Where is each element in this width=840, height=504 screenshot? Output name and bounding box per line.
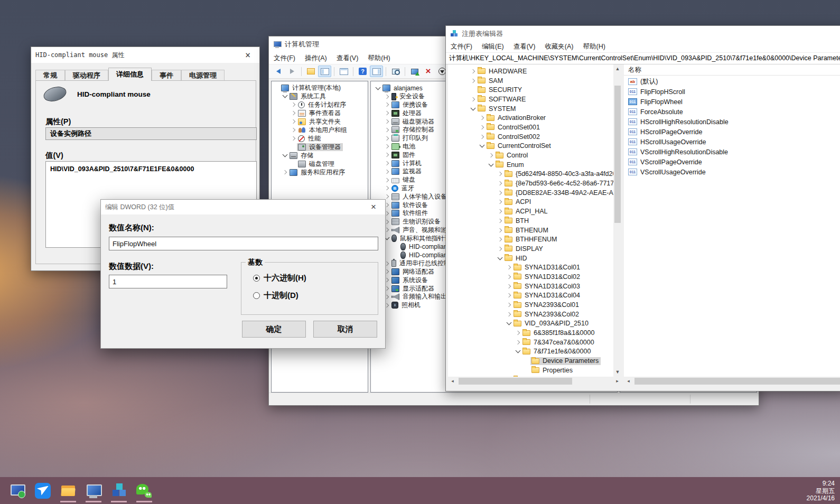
registry-key-item[interactable]: ControlSet002 bbox=[448, 132, 613, 142]
registry-key-item[interactable]: SECURITY bbox=[448, 85, 613, 95]
console-tree-item[interactable]: 任务计划程序 bbox=[272, 100, 368, 109]
chevron-right-icon[interactable] bbox=[383, 151, 390, 158]
chevron-right-icon[interactable] bbox=[290, 126, 297, 134]
reg-menu-item[interactable]: 文件(F) bbox=[446, 41, 477, 52]
chevron-right-icon[interactable] bbox=[496, 208, 503, 215]
chevron-right-icon[interactable] bbox=[383, 176, 390, 184]
chevron-right-icon[interactable] bbox=[496, 245, 503, 253]
edit-dword-titlebar[interactable]: 编辑 DWORD (32 位)值 × bbox=[101, 200, 385, 214]
console-tree-item[interactable]: 磁盘管理 bbox=[272, 160, 368, 168]
chevron-right-icon[interactable] bbox=[290, 135, 297, 142]
registry-key-item[interactable]: SYNA1D31&Col02 bbox=[448, 272, 613, 282]
registry-key-item[interactable]: HARDWARE bbox=[448, 67, 613, 76]
chevron-down-icon[interactable] bbox=[505, 320, 512, 327]
cm-menu-item[interactable]: 帮助(H) bbox=[363, 52, 395, 64]
property-dropdown[interactable]: 设备实例路径 bbox=[45, 127, 257, 140]
console-tree-button[interactable] bbox=[318, 66, 331, 77]
chevron-right-icon[interactable] bbox=[478, 114, 486, 122]
tree-horizontal-scrollbar[interactable]: ◂ ▸ bbox=[448, 377, 622, 386]
console-tree-item[interactable]: 服务和应用程序 bbox=[272, 168, 368, 176]
chevron-right-icon[interactable] bbox=[496, 180, 503, 187]
scan-button[interactable] bbox=[389, 66, 402, 77]
update-driver-button[interactable] bbox=[408, 66, 421, 77]
close-icon[interactable]: × bbox=[366, 202, 381, 212]
chevron-right-icon[interactable] bbox=[496, 236, 503, 243]
chevron-down-icon[interactable] bbox=[487, 161, 494, 169]
registry-value-row[interactable]: 011HScrollPageOverride bbox=[624, 127, 840, 137]
scroll-up-icon[interactable]: ▲ bbox=[613, 64, 622, 73]
registry-value-row[interactable]: 011HScrollHighResolutionDisable bbox=[624, 117, 840, 127]
chevron-right-icon[interactable] bbox=[383, 160, 390, 167]
chevron-right-icon[interactable] bbox=[496, 227, 503, 234]
registry-key-item[interactable]: BTHENUM bbox=[448, 226, 613, 235]
registry-key-item[interactable]: SYNA2393&Col02 bbox=[448, 310, 613, 319]
reg-menu-item[interactable]: 编辑(E) bbox=[477, 41, 509, 52]
registry-key-item[interactable]: VID_093A&PID_2510 bbox=[448, 319, 613, 329]
chevron-right-icon[interactable] bbox=[383, 168, 390, 175]
console-tree-item[interactable]: 存储 bbox=[272, 151, 368, 160]
taskbar-clock[interactable]: 9:24 星期五 2021/4/16 bbox=[807, 480, 840, 502]
console-tree-item[interactable]: 共享文件夹 bbox=[272, 117, 368, 126]
mouse-properties-titlebar[interactable]: HID-compliant mouse 属性 × bbox=[31, 47, 259, 63]
tab-电源管理[interactable]: 电源管理 bbox=[181, 70, 225, 81]
chevron-right-icon[interactable] bbox=[514, 329, 521, 337]
registry-key-item[interactable]: {5d624f94-8850-40c3-a3fa-a4fd208 bbox=[448, 170, 613, 179]
export-button[interactable] bbox=[304, 66, 318, 77]
chevron-down-icon[interactable] bbox=[374, 85, 381, 92]
registry-key-item[interactable]: BTHHFENUM bbox=[448, 235, 613, 244]
registry-value-row[interactable]: 011FlipFlopWheel bbox=[624, 97, 840, 107]
taskbar-wechat-button[interactable] bbox=[135, 479, 153, 502]
chevron-right-icon[interactable] bbox=[383, 118, 390, 125]
address-bar[interactable]: 计算机\HKEY_LOCAL_MACHINE\SYSTEM\CurrentCon… bbox=[446, 53, 840, 64]
radio-decimal[interactable]: 十进制(D) bbox=[253, 291, 298, 301]
tab-驱动程序[interactable]: 驱动程序 bbox=[65, 70, 108, 81]
cancel-button[interactable]: 取消 bbox=[313, 321, 377, 338]
console-tree-item[interactable]: 事件查看器 bbox=[272, 109, 368, 117]
registry-value-row[interactable]: 011VScrollPageOverride bbox=[624, 157, 840, 167]
radio-selected-icon[interactable] bbox=[253, 275, 260, 282]
chevron-right-icon[interactable] bbox=[290, 101, 297, 108]
reg-menu-item[interactable]: 收藏夹(A) bbox=[540, 41, 578, 52]
value-name-input[interactable] bbox=[109, 237, 378, 250]
radio-hexadecimal[interactable]: 十六进制(H) bbox=[253, 273, 306, 283]
chevron-down-icon[interactable] bbox=[496, 255, 503, 262]
registry-value-row[interactable]: 011ForceAbsolute bbox=[624, 107, 840, 117]
registry-key-item[interactable]: {8e7bd593-6e6c-4c52-86a6-77175 bbox=[448, 179, 613, 188]
console-tree-item[interactable]: 本地用户和组 bbox=[272, 126, 368, 134]
cm-menu-item[interactable]: 查看(V) bbox=[332, 52, 363, 64]
cm-menu-item[interactable]: 文件(F) bbox=[269, 52, 300, 64]
chevron-right-icon[interactable] bbox=[505, 273, 512, 281]
help-button[interactable] bbox=[356, 66, 369, 77]
uninstall-button[interactable] bbox=[422, 66, 435, 77]
cm-menu-item[interactable]: 操作(A) bbox=[300, 52, 332, 64]
taskbar-computer-management-button[interactable] bbox=[85, 479, 102, 502]
registry-key-item[interactable]: 7&f71e1fe&0&0000 bbox=[448, 347, 613, 357]
chevron-right-icon[interactable] bbox=[383, 126, 390, 134]
chevron-right-icon[interactable] bbox=[383, 184, 390, 192]
chevron-right-icon[interactable] bbox=[496, 189, 503, 197]
registry-key-item[interactable]: SOFTWARE bbox=[448, 95, 613, 104]
reg-menu-item[interactable]: 帮助(H) bbox=[578, 41, 610, 52]
registry-key-item[interactable]: ActivationBroker bbox=[448, 113, 613, 123]
registry-key-item[interactable]: SYNA1D31&Col01 bbox=[448, 263, 613, 272]
chevron-right-icon[interactable] bbox=[383, 101, 390, 108]
chevron-right-icon[interactable] bbox=[383, 109, 390, 117]
chevron-right-icon[interactable] bbox=[496, 170, 503, 178]
name-column-header[interactable]: 名称 bbox=[628, 66, 641, 74]
taskbar-computer-button[interactable] bbox=[8, 479, 26, 502]
chevron-right-icon[interactable] bbox=[469, 96, 477, 103]
registry-key-item[interactable]: Control bbox=[448, 151, 613, 160]
registry-key-item[interactable]: BTH bbox=[448, 216, 613, 226]
chevron-right-icon[interactable] bbox=[505, 311, 512, 318]
taskbar-file-explorer-button[interactable] bbox=[59, 479, 77, 502]
registry-key-item[interactable]: 6&385f1f8a&1&0000 bbox=[448, 328, 613, 338]
registry-key-item[interactable]: HID bbox=[448, 254, 613, 263]
action-pane-button[interactable] bbox=[370, 66, 383, 77]
registry-key-item[interactable]: ControlSet001 bbox=[448, 123, 613, 132]
chevron-right-icon[interactable] bbox=[383, 143, 390, 150]
registry-key-item[interactable]: SAM bbox=[448, 76, 613, 86]
console-tree-item[interactable]: 系统工具 bbox=[272, 92, 368, 100]
chevron-down-icon[interactable] bbox=[469, 105, 477, 113]
chevron-right-icon[interactable] bbox=[505, 301, 512, 309]
chevron-right-icon[interactable] bbox=[496, 217, 503, 225]
